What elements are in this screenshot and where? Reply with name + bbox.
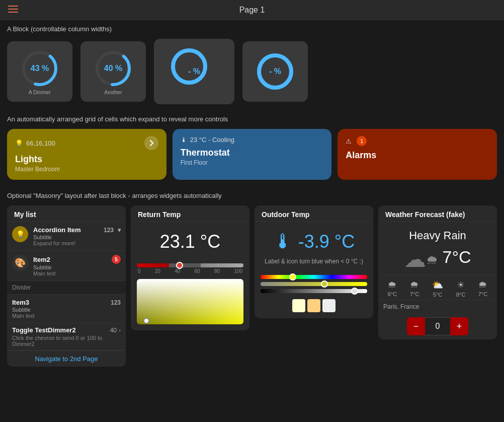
toggle-desc: Click the chevron to send 0 or 100 to Di… (12, 335, 121, 347)
alarms-card[interactable]: ⚠ 1 Alarms (338, 129, 497, 180)
return-temp-column: Return Temp 23.1 °C 0 20 40 60 80 100 (131, 205, 249, 330)
nav-link[interactable]: Navigate to 2nd Page (7, 350, 126, 367)
dimmer-3-percent: - % (188, 67, 200, 76)
item2-badge: 5 (112, 255, 121, 264)
weather-cloud-icon: ☁🌧 (404, 246, 438, 272)
color-picker-thumb[interactable] (143, 318, 149, 324)
item2-title: Item2 5 (33, 255, 121, 264)
counter-plus-button[interactable]: + (450, 317, 468, 335)
item2-main: Main text (33, 270, 121, 276)
list-item-accordion[interactable]: 💡 Accordion Item 123 ▾ Subtitle Expand f… (7, 222, 126, 251)
svg-rect-1 (8, 9, 18, 10)
alarms-title: Alarms (346, 150, 489, 161)
forecast-1-icon: 🌧 (388, 279, 397, 290)
hue-slider[interactable] (261, 275, 367, 279)
item2-icon: 🎨 (12, 255, 28, 271)
masonry-label: Optional "Masonry" layout after last blo… (0, 187, 504, 203)
menu-icon[interactable] (8, 5, 18, 15)
dimmer-dial-1: 43 % (20, 48, 60, 89)
dimmer-card-3[interactable]: - % (154, 39, 234, 104)
svg-rect-2 (8, 12, 18, 13)
color-swatches (261, 296, 367, 313)
counter-minus-button[interactable]: − (407, 317, 425, 335)
dimmer-3-label: - % (188, 67, 200, 76)
forecast-1: 🌧 6°C (388, 279, 397, 298)
dimmer-4-percent: - % (269, 67, 281, 76)
counter-row: − 0 + (378, 313, 497, 339)
forecast-5-icon: 🌧 (478, 279, 487, 290)
forecast-2-icon: 🌧 (410, 279, 419, 290)
color-picker-box[interactable] (137, 279, 243, 324)
page-title: Page 1 (239, 6, 265, 15)
list-item-item3[interactable]: Item3 123 Subtitle Main text (7, 295, 126, 323)
app-header: Page 1 (0, 0, 504, 20)
dimmer-dial-2: 40 % (93, 48, 133, 89)
counter-value: 0 (425, 317, 450, 335)
hue-thumb[interactable] (289, 273, 296, 280)
return-temp-value: 23.1 °C (131, 222, 249, 257)
swatch-3[interactable] (322, 299, 335, 312)
swatch-1[interactable] (292, 299, 305, 312)
outdoor-temp-header: Outdoor Temp (255, 205, 373, 222)
auto-grid-label: An automatically arranged grid of cells … (0, 111, 504, 127)
forecast-5: 🌧 7°C (478, 279, 487, 298)
accordion-subtitle: Subtitle (33, 234, 121, 240)
thermostat-title: Thermostat (181, 148, 324, 158)
dimmer-dial-4: - % (255, 51, 295, 92)
item3-title: Item3 123 (12, 299, 121, 306)
mylist-widget: My list 💡 Accordion Item 123 ▾ Subtitle … (7, 205, 126, 367)
accordion-chevron: ▾ (118, 227, 121, 234)
accordion-main: Expand for more! (33, 240, 121, 246)
dimmer-2-name: Another (104, 90, 122, 95)
saturation-thumb[interactable] (321, 280, 328, 288)
brightness-thumb[interactable] (351, 288, 358, 295)
dimmer-2-percent: 40 % (104, 64, 122, 73)
list-item-item2[interactable]: 🎨 Item2 5 Subtitle Main text (7, 251, 126, 281)
weather-header: Weather Forecast (fake) (378, 205, 497, 222)
forecast-3-icon: ⛅ (432, 279, 443, 291)
svg-point-8 (173, 50, 205, 83)
return-temp-slider-track[interactable] (137, 263, 243, 267)
dimmer-4-label: - % (269, 67, 281, 76)
mylist-header: My list (7, 205, 126, 222)
lights-card[interactable]: 💡 66,16,100 Lights Master Bedroom (7, 129, 166, 180)
weather-forecast-row: 🌧 6°C 🌧 7°C ⛅ 5°C ☀ 8°C 🌧 7°C (378, 275, 497, 300)
dimmer-1-label: 43 % (31, 64, 49, 73)
saturation-slider[interactable] (261, 282, 367, 286)
lightbulb-icon: 💡 (15, 139, 23, 147)
svg-rect-0 (8, 6, 18, 7)
dimmer-dial-3: - % (169, 46, 219, 97)
lights-title: Lights (15, 154, 158, 165)
outdoor-temp-widget: Outdoor Temp 🌡 -3.9 °C Label & icon turn… (255, 205, 373, 318)
slider-labels: 0 20 40 60 80 100 (137, 268, 243, 274)
alarm-icon-row: ⚠ 1 (346, 136, 367, 146)
thermostat-card[interactable]: 🌡 23 °C - Cooling Thermostat First Floor (173, 129, 332, 180)
outdoor-label: Label & icon turn blue when < 0 °C :) (255, 256, 373, 270)
forecast-4: ☀ 8°C (456, 279, 465, 298)
forecast-3: ⛅ 5°C (432, 279, 443, 298)
dimmer-block-row: 43 % A Dimmer 40 % Another - % (0, 36, 504, 111)
toggle-dimmer2[interactable]: Toggle TestDimmer2 40 › Click the chevro… (7, 323, 126, 350)
lights-subtitle: Master Bedroom (15, 166, 158, 173)
masonry-grid: My list 💡 Accordion Item 123 ▾ Subtitle … (0, 203, 504, 374)
brightness-slider[interactable] (261, 289, 367, 293)
dimmer-1-name: A Dimmer (29, 90, 51, 95)
dimmer-card-4[interactable]: - % (242, 41, 308, 102)
list-divider: Divider (7, 281, 126, 295)
dimmer-card-1[interactable]: 43 % A Dimmer (7, 41, 72, 102)
return-temp-slider-thumb[interactable] (176, 262, 183, 269)
lights-nav-button[interactable] (144, 136, 158, 150)
dimmer-2-label: 40 % (104, 64, 122, 73)
dimmer-card-2[interactable]: 40 % Another (80, 41, 146, 102)
forecast-4-icon: ☀ (456, 279, 465, 291)
block-section-label: A Block (controllable column widths) (0, 20, 504, 36)
weather-condition: Heavy Rain (378, 222, 497, 244)
item2-subtitle: Subtitle (33, 264, 121, 270)
return-temp-header: Return Temp (131, 205, 249, 222)
outdoor-temp-column: Outdoor Temp 🌡 -3.9 °C Label & icon turn… (255, 205, 373, 318)
warning-icon: ⚠ (346, 137, 352, 145)
swatch-2[interactable] (307, 299, 320, 312)
weather-column: Weather Forecast (fake) Heavy Rain ☁🌧 7°… (378, 205, 497, 339)
toggle-title: Toggle TestDimmer2 (12, 326, 76, 334)
toggle-value: 40 (110, 327, 117, 334)
